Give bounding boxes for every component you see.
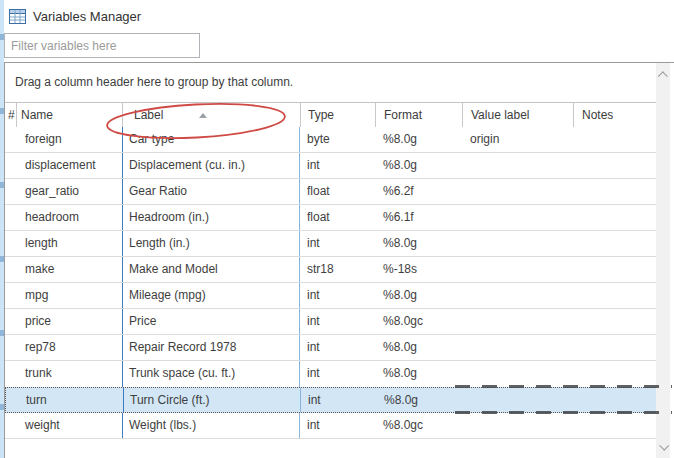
cell-format: %-18s (375, 257, 462, 282)
cell-label: Mileage (mpg) (122, 283, 300, 308)
cell-name: displacement (16, 153, 122, 178)
cell-type: str18 (300, 257, 375, 282)
cell-value_label (462, 283, 573, 308)
cell-format: %8.0g (375, 231, 462, 256)
cell-type: float (300, 205, 375, 230)
cell-format: %8.0g (375, 283, 462, 308)
variables-manager-window: Variables Manager Drag a column header h… (0, 0, 674, 458)
cell-value_label (462, 335, 573, 360)
cell-type: float (300, 179, 375, 204)
column-header-type[interactable]: Type (300, 103, 375, 127)
cell-name: length (16, 231, 122, 256)
table-grid-icon (9, 9, 26, 24)
cell-notes (573, 127, 656, 152)
table-row-trunk[interactable]: trunkTrunk space (cu. ft.)int%8.0g (5, 361, 656, 387)
column-header-index[interactable]: # (5, 103, 16, 127)
cell-label: Trunk space (cu. ft.) (122, 361, 300, 387)
cell-index (5, 231, 16, 256)
cell-label: Gear Ratio (122, 179, 300, 204)
cell-format: %6.2f (375, 179, 462, 204)
table-row-rep78[interactable]: rep78Repair Record 1978int%8.0g (5, 335, 656, 361)
column-header-label: Notes (582, 108, 613, 122)
cell-name: gear_ratio (16, 179, 122, 204)
table-row-length[interactable]: lengthLength (in.)int%8.0g (5, 231, 656, 257)
cell-index (5, 413, 16, 438)
cell-type: byte (300, 127, 375, 152)
cell-notes (573, 413, 656, 438)
table-row-gear_ratio[interactable]: gear_ratioGear Ratiofloat%6.2f (5, 179, 656, 205)
cell-type: int (300, 283, 375, 308)
table-row-make[interactable]: makeMake and Modelstr18%-18s (5, 257, 656, 283)
table-row-turn[interactable]: turnTurn Circle (ft.)int%8.0g (5, 387, 656, 413)
cell-label: Price (122, 309, 300, 334)
table-row-weight[interactable]: weightWeight (lbs.)int%8.0gc (5, 413, 656, 439)
cell-value_label (462, 179, 573, 204)
group-by-drop-area[interactable]: Drag a column header here to group by th… (5, 63, 656, 102)
column-header-label[interactable]: Label (122, 103, 300, 127)
cell-index (5, 179, 16, 204)
selection-drag-dashes-top (455, 385, 672, 388)
cell-label: Length (in.) (122, 231, 300, 256)
table-row-mpg[interactable]: mpgMileage (mpg)int%8.0g (5, 283, 656, 309)
cell-notes (573, 153, 656, 178)
cell-name: rep78 (16, 335, 122, 360)
cell-index (5, 309, 16, 334)
table-row-price[interactable]: pricePriceint%8.0gc (5, 309, 656, 335)
cell-label: Turn Circle (ft.) (123, 388, 301, 412)
cell-index (5, 205, 16, 230)
cell-index (5, 127, 16, 152)
cell-format: %6.1f (375, 205, 462, 230)
cell-value_label (462, 361, 573, 387)
cell-label: Displacement (cu. in.) (122, 153, 300, 178)
column-header-name[interactable]: Name (16, 103, 122, 127)
column-header-label: Type (308, 108, 334, 122)
cell-value_label (462, 153, 573, 178)
cell-value_label (462, 257, 573, 282)
table-row-displacement[interactable]: displacementDisplacement (cu. in.)int%8.… (5, 153, 656, 179)
chevron-up-icon[interactable] (656, 67, 670, 83)
table-row-foreign[interactable]: foreignCar typebyte%8.0gorigin (5, 127, 656, 153)
cell-format: %8.0g (375, 361, 462, 387)
cell-value_label (462, 413, 573, 438)
column-header-value_label[interactable]: Value label (462, 103, 573, 127)
cell-notes (573, 335, 656, 360)
cell-name: headroom (16, 205, 122, 230)
cell-value_label (462, 309, 573, 334)
column-header-label: Label (134, 108, 163, 122)
cell-name: weight (16, 413, 122, 438)
cell-format: %8.0g (375, 153, 462, 178)
cell-name: price (16, 309, 122, 334)
cell-notes (573, 205, 656, 230)
cell-notes (573, 283, 656, 308)
filter-variables-input[interactable] (4, 33, 200, 58)
cell-label: Make and Model (122, 257, 300, 282)
column-header-label: Name (21, 108, 53, 122)
selection-drag-dashes-bottom (455, 411, 672, 414)
cell-notes (573, 361, 656, 387)
cell-type: int (300, 335, 375, 360)
cell-value_label: origin (462, 127, 573, 152)
group-by-hint-text: Drag a column header here to group by th… (15, 75, 293, 89)
cell-label: Headroom (in.) (122, 205, 300, 230)
column-header-row: #NameLabelTypeFormatValue labelNotes (5, 102, 656, 128)
cell-notes (573, 231, 656, 256)
column-header-label: Value label (471, 108, 530, 122)
cell-name: make (16, 257, 122, 282)
cell-type: int (301, 388, 376, 412)
cell-label: Repair Record 1978 (122, 335, 300, 360)
column-header-label: Format (384, 108, 422, 122)
cell-type: int (300, 153, 375, 178)
chevron-down-icon[interactable] (656, 438, 670, 454)
column-header-notes[interactable]: Notes (573, 103, 656, 127)
cell-format: %8.0g (375, 335, 462, 360)
cell-type: int (300, 231, 375, 256)
table-row-headroom[interactable]: headroomHeadroom (in.)float%6.1f (5, 205, 656, 231)
vertical-scrollbar[interactable] (656, 63, 670, 458)
cell-index (5, 361, 16, 387)
cell-name: mpg (16, 283, 122, 308)
column-header-label: # (8, 108, 15, 122)
cell-name: turn (17, 388, 123, 412)
cell-format: %8.0gc (375, 309, 462, 334)
column-header-format[interactable]: Format (375, 103, 462, 127)
cell-type: int (300, 309, 375, 334)
